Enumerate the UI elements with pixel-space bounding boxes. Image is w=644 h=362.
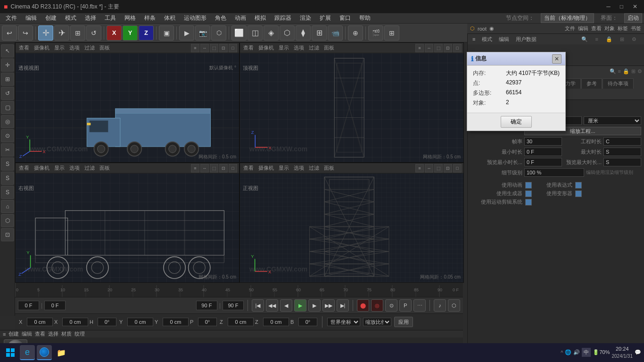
menu-select[interactable]: 选择 bbox=[81, 13, 100, 23]
vp-tr-icon4[interactable]: ⊡ bbox=[444, 44, 452, 52]
menu-mode[interactable]: 模式 bbox=[61, 13, 80, 23]
coord-y2-input[interactable]: 0 cm bbox=[163, 318, 189, 326]
next-frame-btn[interactable]: ▶ bbox=[308, 299, 321, 312]
sidebar-brush-btn[interactable]: ⌂ bbox=[1, 200, 14, 213]
node-bookmark[interactable]: 书签 bbox=[631, 25, 641, 32]
vp-bl-icon5[interactable]: □ bbox=[229, 164, 237, 173]
sidebar-sel1-btn[interactable]: ▢ bbox=[1, 101, 14, 114]
interface-value[interactable]: 启动 bbox=[624, 13, 642, 23]
node-tag[interactable]: 标签 bbox=[618, 25, 628, 32]
coord-z2-input[interactable]: 0 cm bbox=[263, 318, 289, 326]
tray-volume-icon[interactable]: 🔊 bbox=[573, 349, 580, 355]
obj-expand-icon[interactable]: ⊞ bbox=[631, 68, 636, 74]
scene-expand-icon[interactable]: ⊞ bbox=[617, 36, 627, 43]
vp-tr-disp[interactable]: 显示 bbox=[277, 44, 290, 52]
more-btns[interactable]: ⋯ bbox=[413, 299, 426, 312]
obj-lock-icon[interactable]: 🔒 bbox=[623, 68, 629, 74]
minimize-btn[interactable]: ─ bbox=[603, 2, 613, 11]
vp-br-icon1[interactable]: ≡ bbox=[415, 164, 424, 173]
info-ok-btn[interactable]: 确定 bbox=[501, 116, 532, 128]
fps-input[interactable]: 30 bbox=[524, 137, 562, 146]
vp-br-icon5[interactable]: □ bbox=[453, 164, 462, 173]
menu-simulate[interactable]: 模拟 bbox=[251, 13, 270, 23]
tray-notification-icon[interactable]: 💬 bbox=[635, 349, 641, 355]
vp-tr-icon1[interactable]: ≡ bbox=[415, 44, 424, 52]
explorer-btn[interactable]: 📁 bbox=[54, 345, 69, 360]
scene-settings-icon[interactable]: ⚙ bbox=[629, 36, 639, 43]
lod-input[interactable]: 100 % bbox=[524, 168, 584, 177]
vp-bl-panel[interactable]: 面板 bbox=[98, 164, 111, 172]
scale-btn[interactable]: ⊞ bbox=[70, 25, 85, 41]
sidebar-s3-btn[interactable]: S bbox=[1, 186, 14, 199]
menu-tools[interactable]: 工具 bbox=[101, 13, 120, 23]
vp-br-icon4[interactable]: ⊡ bbox=[444, 164, 452, 173]
vp-br-icon3[interactable]: ⬚ bbox=[434, 164, 443, 173]
vp-br-panel[interactable]: 面板 bbox=[322, 164, 336, 172]
use-expr-check[interactable] bbox=[575, 182, 582, 189]
info-close-btn[interactable]: ✕ bbox=[552, 54, 561, 64]
mat-edit[interactable]: 编辑 bbox=[22, 330, 32, 337]
use-deform-check[interactable] bbox=[575, 190, 582, 197]
node-object[interactable]: 对象 bbox=[604, 25, 615, 32]
vp-bl-icon4[interactable]: ⊡ bbox=[219, 164, 228, 173]
next-key-btn[interactable]: ▶▶ bbox=[322, 299, 335, 312]
field-btn[interactable]: ⧫ bbox=[296, 25, 311, 41]
camera-btn[interactable]: 📷 bbox=[195, 25, 210, 41]
snap-btn[interactable]: ⊕ bbox=[348, 25, 363, 41]
min-time-input[interactable]: 0 F bbox=[524, 148, 562, 156]
vp-bl-icon2[interactable]: ↔ bbox=[200, 164, 209, 173]
tray-expand-icon[interactable]: ^ bbox=[561, 350, 563, 355]
sidebar-sculpt-btn[interactable]: ⊡ bbox=[1, 228, 14, 241]
scale-select[interactable]: 缩放比例 bbox=[363, 318, 391, 326]
vp-tl-look[interactable]: 查看 bbox=[17, 44, 31, 52]
vp-br-filt[interactable]: 过滤 bbox=[307, 164, 321, 172]
menu-create[interactable]: 创建 bbox=[41, 13, 60, 23]
vp-bl-disp[interactable]: 显示 bbox=[53, 164, 66, 172]
coord-z1-input[interactable]: 0 cm bbox=[228, 318, 254, 326]
window-controls[interactable]: ─ □ ✕ bbox=[603, 2, 640, 11]
goto-end-btn[interactable]: ▶| bbox=[337, 299, 349, 312]
mat-select[interactable]: 选择 bbox=[48, 330, 58, 337]
play-fwd-btn[interactable]: ▶ bbox=[294, 299, 306, 312]
nurbs-btn[interactable]: ◫ bbox=[248, 25, 263, 41]
vp-bl-icon3[interactable]: ⬚ bbox=[210, 164, 218, 173]
move-btn[interactable]: ✈ bbox=[54, 25, 69, 41]
viewport-front[interactable]: 查看 摄像机 显示 选项 过滤 面板 ≡ ↔ ⬚ ⊡ □ 正视图 bbox=[239, 163, 464, 283]
mat-material[interactable]: 材质 bbox=[61, 330, 72, 337]
deform-btn[interactable]: ◈ bbox=[264, 25, 279, 41]
preview-min-input[interactable]: 0 F bbox=[524, 158, 562, 166]
scene-mode[interactable]: 模式 bbox=[479, 35, 495, 43]
world-coord-select[interactable]: 世界坐标 bbox=[327, 318, 360, 326]
tray-network-icon[interactable]: 🌐 bbox=[565, 349, 571, 355]
tray-lang[interactable]: 中 bbox=[582, 348, 591, 357]
sidebar-move-btn[interactable]: ✛ bbox=[1, 58, 14, 72]
vp-tr-opt[interactable]: 选项 bbox=[292, 44, 305, 52]
frame-end-input[interactable]: 90 F bbox=[196, 301, 217, 310]
vp-bl-look[interactable]: 查看 bbox=[17, 164, 31, 172]
vp-tl-icon5[interactable]: □ bbox=[229, 44, 237, 52]
node-edit[interactable]: 编辑 bbox=[578, 25, 588, 32]
use-gen-check[interactable] bbox=[525, 190, 532, 197]
menu-tracker[interactable]: 跟踪器 bbox=[271, 13, 295, 23]
obj-filter-icon[interactable]: ≡ bbox=[618, 68, 621, 74]
tab-todo[interactable]: 待办事项 bbox=[603, 78, 634, 89]
menu-volume[interactable]: 体积 bbox=[160, 13, 179, 23]
rotate-btn[interactable]: ↺ bbox=[86, 25, 101, 41]
record-btn[interactable]: ◎ bbox=[371, 299, 383, 312]
vp-tr-icon3[interactable]: ⬚ bbox=[434, 44, 443, 52]
coord-x2-input[interactable]: 0 cm bbox=[62, 318, 88, 326]
viewport-top[interactable]: 查看 摄像机 显示 选项 过滤 面板 ≡ ↔ ⬚ ⊡ □ 顶视图 bbox=[239, 42, 464, 163]
frame-current-input[interactable]: 0 F bbox=[44, 301, 66, 310]
vp-br-cam[interactable]: 摄像机 bbox=[257, 164, 275, 172]
undo-btn[interactable]: ↩ bbox=[2, 25, 17, 41]
menu-window[interactable]: 窗口 bbox=[336, 13, 355, 23]
coord-h-input[interactable]: 0° bbox=[98, 318, 116, 326]
mat-view[interactable]: 查看 bbox=[35, 330, 45, 337]
coord-y1-input[interactable]: 0 cm bbox=[127, 318, 153, 326]
vp-tl-cam[interactable]: 摄像机 bbox=[33, 44, 51, 52]
timeline-ruler[interactable]: 0 5 10 15 20 25 30 35 40 45 50 55 60 65 … bbox=[15, 283, 463, 297]
scene-lock-icon[interactable]: 🔒 bbox=[603, 36, 615, 43]
axis-z-btn[interactable]: Z bbox=[139, 25, 154, 41]
sidebar-arrow-btn[interactable]: ↖ bbox=[1, 44, 14, 58]
sidebar-s2-btn[interactable]: S bbox=[1, 172, 14, 185]
